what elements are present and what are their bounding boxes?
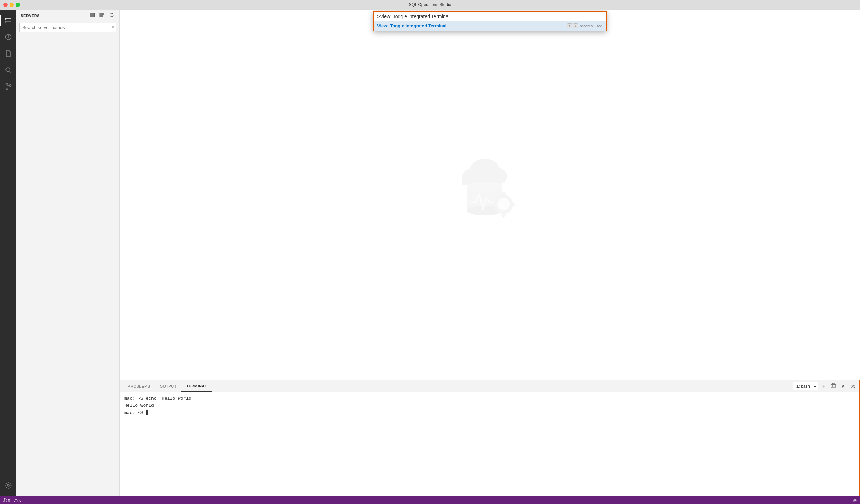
new-connection-icon <box>90 12 95 18</box>
main-area: View: Toggle Integrated Terminal ↑ ↓ rec… <box>120 10 860 496</box>
titlebar: SQL Operations Studio <box>0 0 860 10</box>
window-controls[interactable] <box>3 3 20 7</box>
svg-point-7 <box>6 84 8 85</box>
refresh-button[interactable] <box>108 12 115 20</box>
svg-point-5 <box>6 68 10 72</box>
terminal-content[interactable]: mac: ~$ echo "Hello World" Hello World m… <box>120 392 859 496</box>
warning-icon <box>14 498 18 502</box>
activity-search[interactable] <box>0 62 16 78</box>
terminal-line-2: Hello World <box>124 402 855 410</box>
activity-new-file[interactable] <box>0 45 16 62</box>
bottom-panel: PROBLEMS OUTPUT TERMINAL 1: bash + <box>120 380 860 496</box>
sidebar-header-icons <box>89 12 115 20</box>
sidebar-title: SERVERS <box>21 14 40 18</box>
maximize-button[interactable] <box>16 3 20 7</box>
add-server-button[interactable] <box>99 12 105 20</box>
activity-bar-bottom <box>0 477 16 496</box>
error-count-value: 0 <box>8 498 10 502</box>
svg-point-26 <box>467 182 502 191</box>
svg-point-8 <box>6 88 8 90</box>
svg-line-6 <box>10 71 11 73</box>
svg-point-14 <box>93 16 94 16</box>
error-icon <box>3 498 7 502</box>
status-left: 0 0 <box>3 498 21 502</box>
panel-tabs-left: PROBLEMS OUTPUT TERMINAL <box>123 380 212 392</box>
status-bar: 0 0 ☺ <box>0 496 860 504</box>
terminal-cursor <box>146 410 148 415</box>
command-result-right: ↑ ↓ recently used <box>567 23 602 28</box>
svg-rect-37 <box>831 384 835 388</box>
activity-bar <box>0 10 16 496</box>
warning-count: 0 <box>14 498 21 502</box>
search-icon <box>4 66 12 74</box>
logo-watermark <box>445 149 534 240</box>
kbd-group: ↑ ↓ <box>567 23 578 28</box>
activity-servers[interactable] <box>0 12 16 29</box>
git-icon <box>4 83 12 90</box>
status-right: ☺ <box>852 497 857 503</box>
search-clear-button[interactable]: ✕ <box>111 25 115 30</box>
add-terminal-button[interactable]: + <box>821 382 827 390</box>
search-bar: ✕ <box>19 23 116 32</box>
sidebar-header: SERVERS <box>16 10 119 22</box>
servers-icon <box>4 17 12 24</box>
activity-settings[interactable] <box>0 477 16 494</box>
logo-svg <box>445 149 534 239</box>
minimize-button[interactable] <box>10 3 14 7</box>
command-palette-input[interactable] <box>377 14 602 19</box>
new-file-icon <box>5 50 12 57</box>
activity-history[interactable] <box>0 29 16 45</box>
svg-rect-32 <box>511 203 515 206</box>
activity-git[interactable] <box>0 78 16 95</box>
tab-problems[interactable]: PROBLEMS <box>123 380 155 392</box>
smiley-icon: ☺ <box>852 497 857 503</box>
kbd-down: ↓ <box>573 23 578 28</box>
svg-point-9 <box>10 85 11 87</box>
svg-point-2 <box>10 19 10 20</box>
terminal-line-1: mac: ~$ echo "Hello World" <box>124 395 855 402</box>
delete-terminal-button[interactable] <box>829 382 837 390</box>
svg-point-48 <box>16 501 16 502</box>
search-input[interactable] <box>19 23 116 32</box>
svg-point-10 <box>7 484 9 486</box>
center-area <box>120 10 860 380</box>
new-connection-button[interactable] <box>89 12 96 20</box>
svg-point-28 <box>497 198 510 210</box>
tab-output[interactable]: OUTPUT <box>155 380 182 392</box>
terminal-selector[interactable]: 1: bash <box>793 382 818 390</box>
command-input-wrapper <box>374 12 606 21</box>
add-server-icon <box>99 12 105 18</box>
close-panel-button[interactable]: ✕ <box>849 382 857 390</box>
svg-point-3 <box>10 22 10 23</box>
svg-rect-16 <box>100 15 103 17</box>
command-result-text: View: Toggle Integrated Terminal <box>377 23 446 28</box>
kbd-up: ↑ <box>567 23 572 28</box>
terminal-line-3: mac: ~$ <box>124 410 855 417</box>
recently-used-badge: recently used <box>580 24 602 28</box>
panel-tabs-right: 1: bash + ∧ <box>793 382 857 390</box>
tab-terminal[interactable]: TERMINAL <box>181 380 212 392</box>
error-count: 0 <box>3 498 10 502</box>
svg-rect-31 <box>492 203 496 206</box>
close-button[interactable] <box>3 3 8 7</box>
app-title: SQL Operations Studio <box>409 2 451 7</box>
settings-icon <box>4 482 12 489</box>
warning-count-value: 0 <box>19 498 21 502</box>
app-body: SERVERS <box>0 10 860 496</box>
command-palette: View: Toggle Integrated Terminal ↑ ↓ rec… <box>373 11 607 31</box>
trash-icon <box>831 383 836 388</box>
sidebar: SERVERS <box>16 10 120 496</box>
refresh-icon <box>109 12 114 18</box>
history-icon <box>4 33 12 41</box>
command-palette-result[interactable]: View: Toggle Integrated Terminal ↑ ↓ rec… <box>374 21 606 31</box>
svg-point-46 <box>4 501 5 501</box>
maximize-panel-button[interactable]: ∧ <box>840 382 847 390</box>
panel-tabs: PROBLEMS OUTPUT TERMINAL 1: bash + <box>120 380 859 392</box>
svg-point-13 <box>93 14 94 14</box>
command-palette-overlay: View: Toggle Integrated Terminal ↑ ↓ rec… <box>120 10 860 31</box>
